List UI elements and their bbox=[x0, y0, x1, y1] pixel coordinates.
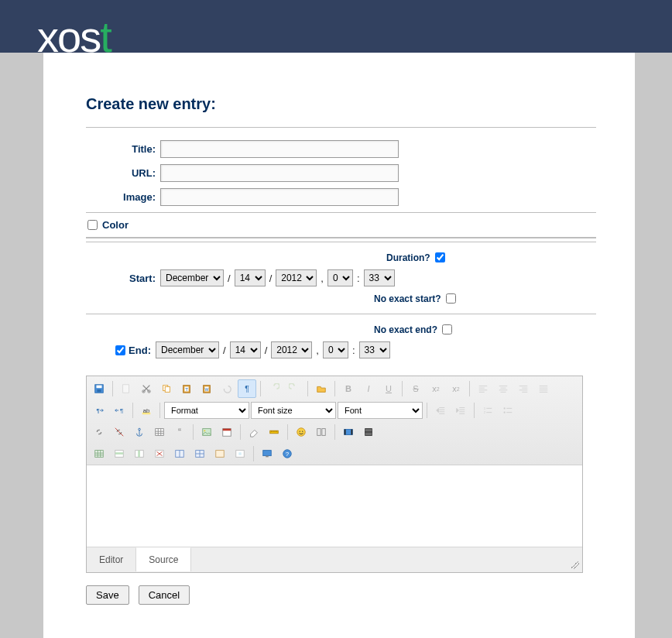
italic-icon[interactable]: I bbox=[359, 379, 378, 398]
indent-icon[interactable] bbox=[431, 401, 450, 420]
fontsize-select[interactable]: Font size bbox=[251, 402, 336, 419]
pilcrow-icon[interactable]: ¶ bbox=[238, 379, 256, 398]
folder-icon[interactable] bbox=[312, 379, 331, 398]
undo2-icon[interactable] bbox=[265, 379, 283, 398]
end-checkbox[interactable] bbox=[115, 345, 125, 355]
undo-icon[interactable] bbox=[218, 379, 236, 398]
table-split-icon[interactable] bbox=[190, 444, 209, 463]
bold-icon[interactable]: B bbox=[339, 379, 358, 398]
start-day-select[interactable]: 14 bbox=[235, 269, 266, 286]
resize-grip-icon[interactable] bbox=[571, 561, 579, 569]
no-exact-start-checkbox[interactable] bbox=[446, 293, 456, 304]
svg-rect-2 bbox=[97, 389, 101, 393]
cancel-button[interactable]: Cancel bbox=[139, 585, 190, 605]
help-icon[interactable]: ? bbox=[278, 444, 297, 463]
table-row-icon[interactable] bbox=[110, 444, 129, 463]
svg-rect-1 bbox=[97, 386, 102, 389]
end-month-select[interactable]: December bbox=[156, 341, 219, 358]
calendar-icon[interactable] bbox=[218, 423, 236, 441]
color-checkbox[interactable] bbox=[87, 220, 98, 230]
smiley-icon[interactable] bbox=[292, 423, 310, 441]
ruler-icon[interactable] bbox=[265, 423, 283, 441]
table-col-icon[interactable] bbox=[130, 444, 149, 463]
table-del-icon[interactable] bbox=[150, 444, 169, 463]
svg-point-21 bbox=[504, 407, 506, 409]
image-icon[interactable] bbox=[197, 423, 216, 441]
quote-icon[interactable]: “ bbox=[170, 423, 189, 441]
duration-checkbox[interactable] bbox=[435, 252, 445, 262]
layout-icon[interactable] bbox=[312, 423, 331, 441]
unlink-icon[interactable] bbox=[110, 423, 129, 441]
header-banner: xost bbox=[0, 0, 672, 53]
svg-text:?: ? bbox=[286, 451, 290, 458]
svg-rect-44 bbox=[138, 451, 140, 458]
image-input[interactable] bbox=[160, 188, 399, 206]
link-icon[interactable] bbox=[90, 423, 108, 441]
svg-rect-52 bbox=[266, 456, 269, 458]
save-button[interactable]: Save bbox=[86, 585, 129, 605]
outdent-icon[interactable] bbox=[451, 401, 470, 420]
ltr-icon[interactable]: ¶ bbox=[90, 401, 108, 420]
font-select[interactable]: Font bbox=[338, 402, 423, 419]
sep-slash: / bbox=[228, 273, 231, 284]
anchor-icon[interactable] bbox=[130, 423, 149, 441]
start-month-select[interactable]: December bbox=[160, 269, 224, 286]
svg-rect-40 bbox=[95, 451, 104, 458]
end-hour-select[interactable]: 0 bbox=[323, 341, 348, 358]
new-doc-icon[interactable] bbox=[117, 379, 135, 398]
url-input[interactable] bbox=[160, 164, 399, 182]
underline-icon[interactable]: U bbox=[379, 379, 398, 398]
svg-point-27 bbox=[204, 430, 206, 431]
svg-text:2: 2 bbox=[484, 410, 486, 414]
align-center-icon[interactable] bbox=[494, 379, 513, 398]
no-exact-end-checkbox[interactable] bbox=[442, 324, 452, 334]
svg-point-22 bbox=[504, 412, 506, 413]
copy-icon[interactable] bbox=[157, 379, 176, 398]
film-icon[interactable] bbox=[359, 423, 378, 441]
save-icon[interactable] bbox=[90, 379, 108, 398]
rtl-icon[interactable]: ¶ bbox=[110, 401, 129, 420]
sep-colon: : bbox=[352, 345, 355, 356]
svg-rect-29 bbox=[223, 429, 231, 431]
align-left-icon[interactable] bbox=[474, 379, 492, 398]
start-min-select[interactable]: 33 bbox=[364, 269, 395, 286]
redo-icon[interactable] bbox=[285, 379, 303, 398]
cut-icon[interactable] bbox=[137, 379, 156, 398]
movie-icon[interactable] bbox=[339, 423, 358, 441]
table-icon[interactable] bbox=[90, 444, 108, 463]
format-select[interactable]: Format bbox=[164, 402, 249, 419]
monitor-icon[interactable] bbox=[258, 444, 276, 463]
subscript-icon[interactable]: x2 bbox=[427, 379, 445, 398]
title-input[interactable] bbox=[160, 140, 399, 158]
tab-editor[interactable]: Editor bbox=[87, 548, 135, 571]
svg-text:ab: ab bbox=[143, 407, 150, 414]
table-insert-icon[interactable] bbox=[150, 423, 169, 441]
editor-toolbar: T W ¶ B I U S x2 x2 bbox=[87, 376, 582, 465]
start-hour-select[interactable]: 0 bbox=[327, 269, 353, 286]
align-justify-icon[interactable] bbox=[534, 379, 553, 398]
end-year-select[interactable]: 2012 bbox=[271, 341, 312, 358]
sep-slash: / bbox=[269, 273, 273, 284]
start-year-select[interactable]: 2012 bbox=[276, 269, 317, 286]
table-merge-icon[interactable] bbox=[170, 444, 189, 463]
table-props-icon[interactable] bbox=[211, 444, 229, 463]
paste-word-icon[interactable]: W bbox=[197, 379, 216, 398]
table-cell-icon[interactable] bbox=[231, 444, 249, 463]
strike-icon[interactable]: S bbox=[406, 379, 425, 398]
title-label: Title: bbox=[86, 143, 160, 155]
editor-body[interactable] bbox=[87, 465, 582, 547]
color-label: Color bbox=[102, 219, 129, 231]
sep-slash: / bbox=[265, 345, 268, 356]
end-label: End bbox=[129, 345, 148, 356]
tab-source[interactable]: Source bbox=[135, 547, 191, 571]
end-day-select[interactable]: 14 bbox=[230, 341, 261, 358]
highlight-icon[interactable]: ab bbox=[137, 401, 156, 420]
eraser-icon[interactable] bbox=[245, 423, 263, 441]
align-right-icon[interactable] bbox=[514, 379, 533, 398]
superscript-icon[interactable]: x2 bbox=[447, 379, 465, 398]
end-min-select[interactable]: 33 bbox=[359, 341, 390, 358]
paste-icon[interactable]: T bbox=[177, 379, 196, 398]
svg-rect-35 bbox=[322, 429, 325, 436]
ol-icon[interactable]: 12 bbox=[478, 401, 497, 420]
ul-icon[interactable] bbox=[499, 401, 517, 420]
